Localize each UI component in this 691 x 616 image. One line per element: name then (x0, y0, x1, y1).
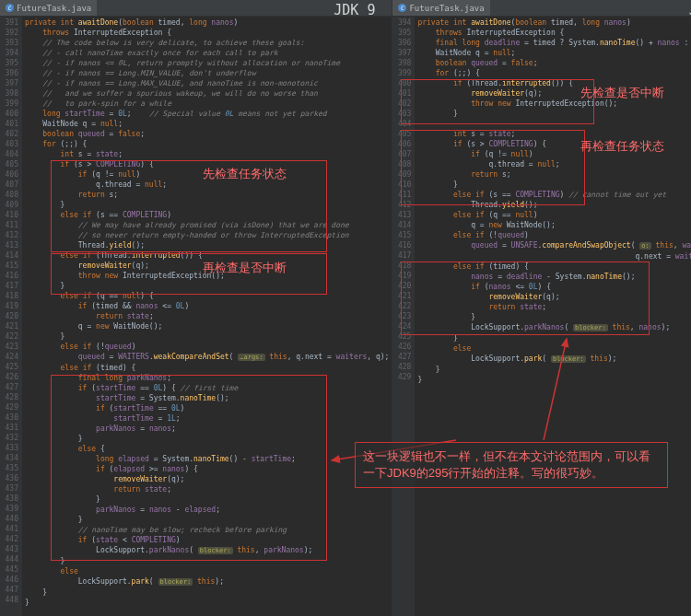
right-gutter: 394 395 396 397 398 399 400 401 402 403 … (392, 17, 415, 616)
split-editor-panes: C FutureTask.java JDK 9 391 392 393 394 … (0, 0, 691, 616)
java-class-icon: C (398, 4, 406, 12)
tab-left[interactable]: C FutureTask.java (0, 0, 97, 16)
right-code-area[interactable]: 394 395 396 397 398 399 400 401 402 403 … (392, 17, 691, 616)
left-code[interactable]: private int awaitDone(boolean timed, lon… (22, 17, 392, 616)
left-gutter: 391 392 393 394 395 396 397 398 399 400 … (0, 17, 22, 616)
right-pane: C FutureTask.java JDK 8 394 395 396 397 … (392, 0, 691, 616)
tab-left-label: FutureTask.java (17, 4, 91, 13)
right-code[interactable]: private int awaitDone(boolean timed, lon… (415, 17, 691, 616)
tab-right[interactable]: C FutureTask.java (392, 0, 489, 16)
tab-bar-right: C FutureTask.java (392, 0, 691, 17)
left-jdk-label: JDK 9 (334, 2, 375, 18)
callout-box: 这一块逻辑也不一样，但不在本文讨论范围内，可以看一下JDK9的295行开始的注释… (355, 442, 668, 488)
left-pane: C FutureTask.java JDK 9 391 392 393 394 … (0, 0, 392, 616)
left-code-area[interactable]: 391 392 393 394 395 396 397 398 399 400 … (0, 17, 392, 616)
java-class-icon: C (6, 4, 14, 12)
tab-right-label: FutureTask.java (409, 4, 484, 13)
